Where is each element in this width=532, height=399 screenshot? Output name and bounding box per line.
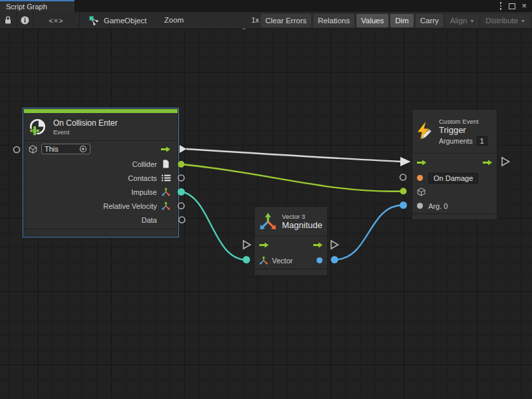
- info-icon: [21, 16, 29, 25]
- node-header[interactable]: On Collision Enter Event: [24, 113, 178, 141]
- flow-port-row: [255, 236, 327, 253]
- node-header[interactable]: Custom Event Trigger Arguments 1: [412, 110, 497, 154]
- chevron-down-icon: ▼: [521, 19, 525, 23]
- port-row-relative-velocity[interactable]: Relative Velocity: [24, 199, 178, 213]
- event-name-field[interactable]: On Damage: [428, 173, 478, 184]
- lock-button[interactable]: [0, 12, 17, 29]
- node-magnitude[interactable]: Vector 3 Magnitude Vector: [254, 206, 328, 276]
- tab-title: Script Graph: [6, 3, 47, 11]
- lock-icon: [4, 16, 12, 25]
- flow-in-arrow-icon[interactable]: [259, 241, 269, 249]
- target-object-field[interactable]: This: [41, 144, 90, 154]
- window-controls: ×: [499, 0, 527, 12]
- vector3-icon: [259, 256, 268, 265]
- node-kind: Vector 3: [282, 213, 323, 220]
- list-icon: [162, 174, 171, 182]
- vector-port-row[interactable]: Vector: [255, 253, 327, 267]
- string-port-dot[interactable]: [417, 175, 423, 181]
- code-toggle-icon: <×>: [49, 17, 63, 25]
- collision-event-icon: [29, 118, 47, 136]
- flow-in-arrow-icon[interactable]: [416, 159, 427, 166]
- toolbar-button-group: Clear Errors Relations Values Dim Carry …: [261, 14, 532, 27]
- arguments-label: Arguments: [439, 137, 473, 145]
- node-title: Trigger: [439, 125, 487, 135]
- arg0-port-dot[interactable]: [417, 203, 423, 209]
- port-row-impulse[interactable]: Impulse: [24, 185, 178, 199]
- carry-button[interactable]: Carry: [416, 14, 444, 27]
- info-button[interactable]: [17, 12, 33, 29]
- arguments-count-field[interactable]: 1: [477, 136, 487, 146]
- node-title: Magnitude: [282, 220, 323, 230]
- arg0-port-row[interactable]: Arg. 0: [412, 199, 497, 213]
- node-on-collision-enter[interactable]: On Collision Enter Event This Collider C…: [23, 108, 178, 237]
- object-picker-icon[interactable]: [79, 145, 87, 153]
- node-footer: [412, 213, 497, 220]
- distribute-button: Distribute ▼: [481, 14, 530, 27]
- flow-port-row: [412, 154, 497, 171]
- toolbar-left-group: <×>: [0, 12, 80, 29]
- tab-strip: Script Graph ×: [0, 0, 532, 12]
- arg0-label: Arg. 0: [428, 202, 448, 210]
- zoom-label: Zoom: [164, 12, 184, 29]
- graph-target-chip[interactable]: GameObject: [89, 12, 147, 29]
- port-row-data[interactable]: Data: [24, 213, 178, 227]
- script-graph-window: Script Graph × <: [0, 0, 532, 399]
- values-button[interactable]: Values: [356, 14, 388, 27]
- document-icon: [162, 160, 170, 168]
- kebab-menu-icon[interactable]: [499, 2, 503, 10]
- node-title: On Collision Enter: [53, 118, 118, 128]
- node-subtitle: Event: [53, 128, 118, 136]
- node-kind: Custom Event: [439, 118, 487, 125]
- target-port-row[interactable]: [412, 185, 497, 199]
- tab-script-graph[interactable]: Script Graph: [0, 0, 74, 12]
- node-header[interactable]: Vector 3 Magnitude: [255, 207, 327, 236]
- graph-toolbar: <×> GameObject Zoom 1x Clear Errors Rela…: [0, 12, 532, 29]
- flow-out-arrow-icon[interactable]: [313, 241, 323, 249]
- custom-event-icon: [415, 121, 435, 142]
- maximize-icon[interactable]: [509, 3, 515, 9]
- target-port-row: This: [24, 141, 178, 157]
- gameobject-cube-icon: [417, 188, 426, 196]
- graph-icon: [89, 16, 99, 25]
- dim-button[interactable]: Dim: [390, 14, 413, 27]
- port-row-collider[interactable]: Collider: [24, 157, 178, 171]
- code-view-toggle[interactable]: <×>: [33, 12, 80, 29]
- node-custom-event-trigger[interactable]: Custom Event Trigger Arguments 1 On Dama…: [412, 109, 497, 220]
- node-footer: [255, 269, 327, 276]
- graph-target-label: GameObject: [104, 17, 147, 25]
- node-footer: [24, 229, 178, 235]
- clear-errors-button[interactable]: Clear Errors: [261, 14, 311, 27]
- float-output-port[interactable]: [317, 257, 323, 263]
- vector3-icon: [162, 201, 170, 210]
- align-button: Align ▼: [446, 14, 479, 27]
- gameobject-cube-icon: [29, 145, 37, 154]
- flow-out-arrow-icon[interactable]: [482, 159, 493, 166]
- chevron-down-icon: ▼: [469, 19, 474, 23]
- relations-button[interactable]: Relations: [313, 14, 354, 27]
- flow-out-arrow-icon[interactable]: [160, 146, 171, 153]
- event-name-port-row[interactable]: On Damage: [412, 171, 497, 185]
- port-row-contacts[interactable]: Contacts: [24, 171, 178, 185]
- vector3-icon: [162, 188, 170, 196]
- vector3-icon: [259, 213, 277, 230]
- zoom-value: 1x: [251, 12, 259, 29]
- close-icon[interactable]: ×: [521, 0, 527, 12]
